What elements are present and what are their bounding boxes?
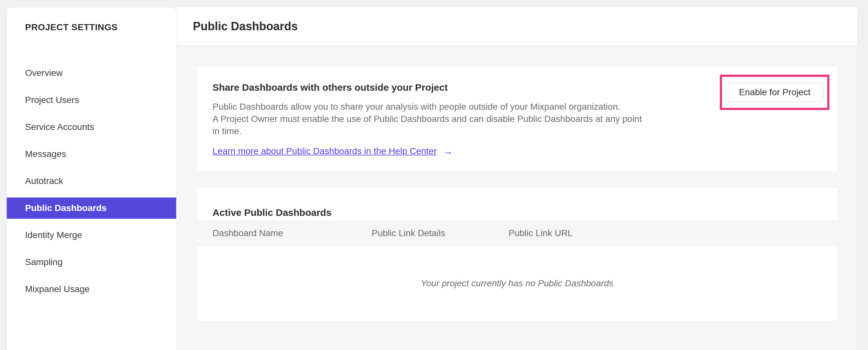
sidebar-item-label: Sampling [25, 257, 63, 267]
sidebar-item-public-dashboards[interactable]: Public Dashboards [7, 198, 176, 219]
empty-state-message: Your project currently has no Public Das… [421, 278, 613, 289]
project-settings-sidebar: PROJECT SETTINGS Overview Project Users … [6, 7, 177, 350]
dashboards-table-header: Dashboard Name Public Link Details Publi… [196, 221, 838, 246]
active-dashboards-title: Active Public Dashboards [196, 196, 838, 218]
sidebar-item-messages[interactable]: Messages [7, 144, 176, 165]
sidebar-item-label: Public Dashboards [25, 203, 107, 213]
enable-for-project-button[interactable]: Enable for Project [726, 82, 823, 102]
active-dashboards-card: Active Public Dashboards Dashboard Name … [196, 187, 838, 321]
highlight-annotation-box: Enable for Project [720, 75, 830, 110]
help-link-row: Learn more about Public Dashboards in th… [213, 146, 838, 157]
sidebar-item-label: Mixpanel Usage [25, 284, 90, 294]
share-dashboards-card: Share Dashboards with others outside you… [196, 66, 838, 172]
sidebar-item-label: Service Accounts [25, 122, 94, 132]
column-header-public-link-url: Public Link URL [508, 228, 838, 238]
sidebar-item-overview[interactable]: Overview [7, 62, 176, 84]
page-title: Public Dashboards [193, 20, 298, 33]
column-header-public-link-details: Public Link Details [372, 228, 508, 238]
sidebar-item-sampling[interactable]: Sampling [7, 252, 176, 273]
sidebar-item-service-accounts[interactable]: Service Accounts [7, 116, 176, 138]
sidebar-title: PROJECT SETTINGS [7, 7, 176, 32]
settings-nav: Overview Project Users Service Accounts … [7, 62, 176, 300]
arrow-right-icon: → [443, 146, 453, 157]
sidebar-item-label: Identity Merge [25, 230, 82, 240]
main-body: Share Dashboards with others outside you… [177, 46, 858, 350]
column-header-dashboard-name: Dashboard Name [213, 228, 372, 238]
sidebar-item-project-users[interactable]: Project Users [7, 89, 176, 111]
sidebar-item-identity-merge[interactable]: Identity Merge [7, 225, 176, 246]
help-center-link[interactable]: Learn more about Public Dashboards in th… [213, 146, 437, 156]
sidebar-item-autotrack[interactable]: Autotrack [7, 171, 176, 192]
sidebar-item-label: Autotrack [25, 176, 63, 186]
main-panel: Public Dashboards Share Dashboards with … [177, 7, 858, 350]
sidebar-item-mixpanel-usage[interactable]: Mixpanel Usage [7, 279, 176, 300]
sidebar-item-label: Overview [25, 68, 63, 78]
sidebar-item-label: Messages [25, 149, 66, 159]
main-header: Public Dashboards [177, 7, 858, 46]
sidebar-item-label: Project Users [25, 95, 79, 105]
empty-state-row: Your project currently has no Public Das… [196, 246, 838, 321]
